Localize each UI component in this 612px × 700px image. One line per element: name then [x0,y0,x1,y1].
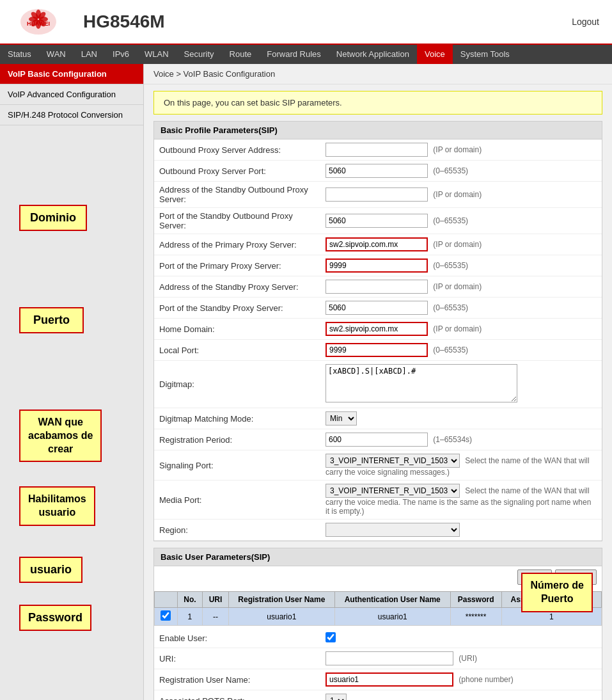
outbound-port-hint: (0–65535) [433,166,468,175]
annotation-habilita: Habilitamosusuario [19,486,95,526]
media-port-label: Media Port: [154,481,320,520]
standby-proxy2-hint: (IP or domain) [433,282,482,291]
nav-status[interactable]: Status [0,45,39,64]
nav-route[interactable]: Route [222,45,260,64]
standby-port-row: Port of the Standby Outbound Proxy Serve… [154,208,602,234]
assoc-pots-row: Associated POTS Port: 1 2 [154,690,602,701]
region-label: Region: [154,520,320,541]
sidebar-sip-h248[interactable]: SIP/H.248 Protocol Conversion [0,105,143,125]
page-title: HG8546M [77,12,572,32]
primary-proxy-hint: (IP or domain) [433,240,482,249]
signaling-port-label: Signaling Port: [154,450,320,481]
page-layout: VoIP Basic Configuration VoIP Advanced C… [0,64,612,700]
basic-profile-table: Outbound Proxy Server Address: (IP or do… [154,139,602,541]
outbound-proxy-input[interactable] [326,143,428,157]
primary-proxy-port-row: Port of the Primary Proxy Server: (0–655… [154,255,602,276]
assoc-pots-input-cell: 1 2 [320,690,602,701]
region-row: Region: [154,520,602,541]
row-checkbox[interactable] [161,610,171,621]
nav-wan[interactable]: WAN [39,45,74,64]
basic-profile-section: Basic Profile Parameters(SIP) Outbound P… [153,121,602,541]
enable-user-row: Enable User: [154,629,602,648]
home-domain-label: Home Domain: [154,319,320,340]
outbound-port-input[interactable] [326,164,428,178]
reg-period-input[interactable] [326,433,428,447]
sidebar-voip-advanced[interactable]: VoIP Advanced Configuration [0,84,143,105]
standby-proxy2-row: Address of the Standby Proxy Server: (IP… [154,276,602,298]
primary-proxy-port-label: Port of the Primary Proxy Server: [154,255,320,276]
digitmap-mode-label: Digitmap Matching Mode: [154,408,320,429]
standby-port2-input[interactable] [326,301,428,315]
col-uri: URI [203,592,229,608]
standby-proxy-input[interactable] [326,187,428,202]
reg-period-hint: (1–65534s) [433,435,472,444]
outbound-port-row: Outbound Proxy Server Port: (0–65535) [154,161,602,182]
row-uri: -- [203,608,229,626]
col-no: No. [177,592,202,608]
standby-port2-label: Port of the Standby Proxy Server: [154,298,320,319]
signaling-port-select[interactable]: 3_VOIP_INTERNET_R_VID_1503 [326,454,460,468]
local-port-row: Local Port: (0–65535) [154,340,602,361]
nav-ipv6[interactable]: IPv6 [105,45,137,64]
region-select[interactable] [326,523,460,537]
uri-edit-input[interactable] [326,651,453,665]
primary-proxy-row: Address of the Primary Proxy Server: (IP… [154,234,602,255]
user-section-title: Basic User Parameters(SIP) [154,548,602,566]
basic-profile-title: Basic Profile Parameters(SIP) [154,122,602,139]
signaling-port-input-cell: 3_VOIP_INTERNET_R_VID_1503 Select the na… [320,450,602,481]
standby-port2-row: Port of the Standby Proxy Server: (0–655… [154,298,602,319]
nav-security[interactable]: Security [177,45,222,64]
row-no: 1 [177,608,202,626]
media-port-select[interactable]: 3_VOIP_INTERNET_R_VID_1503 [326,484,460,498]
page-wrapper: HUAWEI HG8546M Logout Status WAN [0,0,612,700]
info-box: On this page, you can set basic SIP para… [153,91,602,115]
standby-proxy2-label: Address of the Standby Proxy Server: [154,276,320,298]
nav-voice[interactable]: Voice [417,45,453,64]
enable-user-checkbox[interactable] [326,632,336,642]
col-reg-name: Registration User Name [228,592,334,608]
nav-forward[interactable]: Forward Rules [259,45,329,64]
reg-name-edit-input-cell: (phone number) [320,669,602,690]
annotation-usuario: usuario [19,557,82,583]
logout-button[interactable]: Logout [572,17,612,27]
nav-network-app[interactable]: Network Application [329,45,417,64]
home-domain-input[interactable] [326,322,428,336]
sidebar-voip-basic[interactable]: VoIP Basic Configuration [0,64,143,84]
digitmap-label: Digitmap: [154,361,320,408]
primary-proxy-input[interactable] [326,237,428,251]
annotation-password: Password [19,605,91,631]
digitmap-input-cell: [xABCD].S|[xABCD].# [320,361,602,408]
digitmap-input[interactable]: [xABCD].S|[xABCD].# [326,364,517,402]
signaling-port-row: Signaling Port: 3_VOIP_INTERNET_R_VID_15… [154,450,602,481]
primary-proxy-port-hint: (0–65535) [433,261,468,270]
reg-period-row: Registration Period: (1–65534s) [154,429,602,450]
standby-port-label: Port of the Standby Outbound Proxy Serve… [154,208,320,234]
reg-name-edit-input[interactable] [326,672,453,687]
col-password: Password [450,592,501,608]
breadcrumb: Voice > VoIP Basic Configuration [144,64,612,84]
digitmap-mode-select[interactable]: Min Max [326,411,357,426]
media-port-input-cell: 3_VOIP_INTERNET_R_VID_1503 Select the na… [320,481,602,520]
assoc-pots-select[interactable]: 1 2 [326,694,347,700]
standby-port-input[interactable] [326,214,428,228]
nav-lan[interactable]: LAN [74,45,105,64]
reg-period-label: Registration Period: [154,429,320,450]
enable-user-label: Enable User: [154,629,320,648]
reg-period-input-cell: (1–65534s) [320,429,602,450]
nav-system-tools[interactable]: System Tools [453,45,517,64]
nav-wlan[interactable]: WLAN [137,45,177,64]
row-checkbox-cell[interactable] [155,608,178,626]
local-port-input[interactable] [326,343,428,357]
local-port-hint: (0–65535) [433,346,468,354]
standby-proxy-label: Address of the Standby Outbound Proxy Se… [154,182,320,208]
primary-proxy-port-input[interactable] [326,259,428,273]
standby-proxy-hint: (IP or domain) [433,190,482,199]
outbound-proxy-row: Outbound Proxy Server Address: (IP or do… [154,139,602,161]
standby-port2-hint: (0–65535) [433,303,468,312]
digitmap-mode-row: Digitmap Matching Mode: Min Max [154,408,602,429]
user-edit-table: Enable User: URI: (URI) Registration [154,629,602,700]
header: HUAWEI HG8546M Logout [0,0,612,45]
annotation-dominio: Dominio [19,205,87,231]
standby-proxy2-input[interactable] [326,280,428,294]
outbound-proxy-label: Outbound Proxy Server Address: [154,139,320,161]
